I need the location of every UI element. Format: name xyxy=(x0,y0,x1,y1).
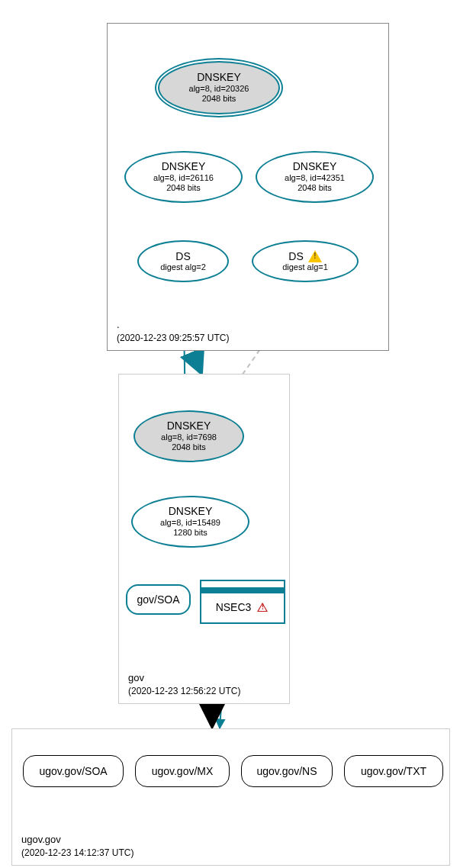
zone-gov-name: gov xyxy=(128,671,240,685)
node-ugov-txt: ugov.gov/TXT xyxy=(344,755,443,787)
zone-ugov: ugov.gov (2020-12-23 14:12:37 UTC) xyxy=(11,728,450,866)
zone-gov-ts: (2020-12-23 12:56:22 UTC) xyxy=(128,685,240,697)
node-ugov-soa: ugov.gov/SOA xyxy=(23,755,124,787)
node-gov-ksk-l1: alg=8, id=7698 xyxy=(161,432,217,442)
zone-gov-label: gov (2020-12-23 12:56:22 UTC) xyxy=(128,671,240,697)
node-ds2-l1: digest alg=1 xyxy=(282,262,328,272)
node-root-ksk-l2: 2048 bits xyxy=(202,94,236,104)
node-ugov-soa-label: ugov.gov/SOA xyxy=(39,765,107,778)
node-root-ksk-l1: alg=8, id=20326 xyxy=(189,84,249,94)
edge-zone-root-gov xyxy=(197,351,201,371)
node-ds1-l1: digest alg=2 xyxy=(160,262,206,272)
warning-yellow-icon xyxy=(308,250,322,262)
node-ugov-mx-label: ugov.gov/MX xyxy=(152,765,214,778)
node-ds1-title: DS xyxy=(175,250,190,263)
warning-red-icon xyxy=(256,601,269,613)
node-gov-ksk: DNSKEY alg=8, id=7698 2048 bits xyxy=(133,410,244,462)
node-root-ksk-title: DNSKEY xyxy=(197,71,241,84)
node-gov-ksk-title: DNSKEY xyxy=(167,420,211,432)
diagram-canvas: . (2020-12-23 09:25:57 UTC) gov (2020-12… xyxy=(0,0,460,868)
zone-ugov-label: ugov.gov (2020-12-23 14:12:37 UTC) xyxy=(21,833,133,859)
node-ds2-title: DS xyxy=(288,250,303,263)
zone-ugov-ts: (2020-12-23 14:12:37 UTC) xyxy=(21,847,133,859)
node-root-zsk2: DNSKEY alg=8, id=42351 2048 bits xyxy=(256,151,374,203)
node-ds1: DS digest alg=2 xyxy=(137,240,229,282)
node-root-zsk2-l1: alg=8, id=42351 xyxy=(285,173,345,183)
node-root-ksk: DNSKEY alg=8, id=20326 2048 bits xyxy=(158,61,280,114)
node-root-zsk1-title: DNSKEY xyxy=(162,160,206,173)
zone-root-ts: (2020-12-23 09:25:57 UTC) xyxy=(117,332,229,344)
zone-ugov-name: ugov.gov xyxy=(21,833,133,847)
node-gov-zsk: DNSKEY alg=8, id=15489 1280 bits xyxy=(131,496,249,548)
node-gov-soa-label: gov/SOA xyxy=(137,593,179,606)
node-gov-ksk-l2: 2048 bits xyxy=(172,442,206,452)
node-nsec3-label: NSEC3 xyxy=(216,601,252,614)
recordbox-bar xyxy=(201,587,284,593)
node-gov-zsk-l1: alg=8, id=15489 xyxy=(160,518,220,528)
node-nsec3: NSEC3 xyxy=(200,580,285,624)
node-ugov-ns-label: ugov.gov/NS xyxy=(256,765,317,778)
node-ds2: DS digest alg=1 xyxy=(252,240,359,282)
zone-root-name: . xyxy=(117,318,229,332)
node-root-zsk2-l2: 2048 bits xyxy=(298,183,332,193)
node-ugov-txt-label: ugov.gov/TXT xyxy=(361,765,426,778)
node-gov-soa: gov/SOA xyxy=(126,584,191,615)
node-ugov-ns: ugov.gov/NS xyxy=(241,755,333,787)
node-gov-zsk-title: DNSKEY xyxy=(169,505,213,518)
node-root-zsk2-title: DNSKEY xyxy=(293,160,337,173)
node-gov-zsk-l2: 1280 bits xyxy=(173,528,207,538)
node-root-zsk1-l2: 2048 bits xyxy=(166,183,201,193)
node-root-zsk1-l1: alg=8, id=26116 xyxy=(153,173,214,183)
zone-root-label: . (2020-12-23 09:25:57 UTC) xyxy=(117,318,229,344)
node-ugov-mx: ugov.gov/MX xyxy=(135,755,230,787)
node-root-zsk1: DNSKEY alg=8, id=26116 2048 bits xyxy=(124,151,243,203)
